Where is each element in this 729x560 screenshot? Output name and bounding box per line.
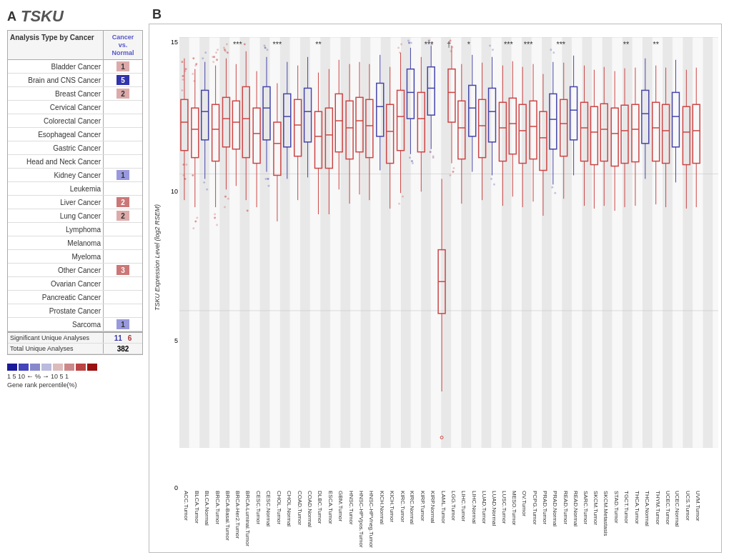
chart-area: TSKU Expression Level (log2 RSEM) 15 10 … (149, 24, 722, 553)
row-badge (103, 250, 142, 263)
svg-point-254 (227, 198, 229, 200)
svg-point-235 (182, 79, 184, 81)
svg-text:COAD.Tumor: COAD.Tumor (297, 491, 303, 525)
table-row: Leukemia (8, 182, 142, 196)
svg-text:BRCA-Luminal.Tumor: BRCA-Luminal.Tumor (244, 491, 251, 546)
total-row: Total Unique Analyses 382 (8, 344, 142, 354)
table-row: Cervical Cancer (8, 101, 142, 114)
badge: 5 (116, 75, 129, 85)
row-label: Leukemia (8, 184, 103, 194)
svg-point-284 (430, 151, 432, 153)
svg-point-247 (212, 61, 214, 63)
total-val: 382 (103, 344, 142, 354)
svg-text:CESC.Normal: CESC.Normal (265, 491, 272, 526)
svg-point-257 (451, 46, 453, 48)
svg-text:HNSC-HPVneg.Tumor: HNSC-HPVneg.Tumor (368, 491, 375, 548)
row-label: Brain and CNS Cancer (8, 75, 103, 86)
badge: 2 (116, 197, 129, 207)
svg-point-33 (216, 59, 218, 61)
svg-text:PCPG.Tumor: PCPG.Tumor (532, 491, 538, 525)
panel-label-b: B (152, 7, 722, 22)
svg-point-250 (216, 224, 218, 226)
svg-point-282 (428, 39, 430, 41)
svg-point-14 (184, 178, 186, 180)
svg-point-287 (492, 49, 494, 51)
row-label: Head and Neck Cancer (8, 156, 103, 167)
legend-arrow: 1 5 10 ← % → 10 5 1 (7, 372, 143, 380)
row-label: Colorectal Cancer (8, 116, 103, 126)
svg-text:THYM.Tumor: THYM.Tumor (655, 491, 661, 525)
sig-values: 11 6 (103, 333, 142, 343)
svg-point-40 (227, 51, 229, 54)
row-badge (103, 277, 142, 290)
svg-point-279 (410, 41, 412, 44)
x-labels: ACC.Tumor BLCA.Tumor BLCA.Normal BRCA.Tu… (179, 489, 718, 552)
badge: 2 (116, 211, 129, 221)
svg-point-289 (493, 184, 495, 186)
svg-point-255 (224, 206, 226, 209)
sig-marker-hnsc-hpvneg: * (467, 40, 471, 49)
svg-point-249 (214, 214, 216, 216)
row-label: Esophageal Cancer (8, 129, 103, 140)
legend: 1 5 10 ← % → 10 5 1 Gene rank percentile… (7, 364, 143, 389)
svg-point-256 (449, 41, 451, 44)
svg-text:KIRP.Normal: KIRP.Normal (430, 491, 436, 524)
table-row: Myeloma (8, 250, 142, 264)
table-row: Ovarian Cancer (8, 277, 142, 291)
svg-text:CHOL.Normal: CHOL.Normal (286, 491, 292, 526)
svg-point-253 (224, 50, 227, 52)
svg-point-138 (452, 171, 454, 173)
row-label: Prostate Cancer (8, 306, 103, 316)
svg-text:THCA.Normal: THCA.Normal (644, 491, 650, 526)
svg-text:KIRC.Tumor: KIRC.Tumor (400, 491, 406, 522)
row-badge (103, 155, 142, 168)
sig-marker-lgg: *** (556, 40, 565, 49)
y-axis-ticks: 15 10 5 0 (164, 39, 179, 491)
svg-point-246 (215, 51, 217, 54)
svg-text:BRCA-Her2.Tumor: BRCA-Her2.Tumor (234, 491, 241, 539)
svg-point-243 (196, 216, 198, 219)
svg-point-265 (398, 203, 400, 205)
panel-label-a: A TSKU (7, 7, 143, 26)
sig-marker-kirp: *** (524, 40, 533, 49)
svg-point-60 (264, 46, 267, 49)
svg-text:HNSC-HPVpos.Tumor: HNSC-HPVpos.Tumor (358, 491, 364, 548)
svg-text:BLCA.Normal: BLCA.Normal (204, 491, 210, 526)
svg-point-245 (212, 56, 214, 58)
row-label: Liver Cancer (8, 197, 103, 208)
legend-red-dark (76, 364, 86, 371)
svg-point-236 (184, 70, 186, 72)
svg-text:PRAD.Tumor: PRAD.Tumor (542, 491, 548, 525)
right-panel: B TSKU Expression Level (log2 RSEM) 15 1… (149, 7, 722, 553)
svg-text:HNSC.Tumor: HNSC.Tumor (348, 491, 354, 525)
badge: 3 (116, 265, 129, 275)
col-cancer-vs-header: Cancervs.Normal (103, 31, 142, 59)
svg-point-34 (214, 216, 216, 219)
sig-marker-read: ** (623, 40, 630, 49)
svg-point-22 (192, 174, 194, 176)
section-a-label: A (7, 9, 16, 24)
svg-point-23 (194, 220, 197, 222)
svg-point-244 (192, 227, 194, 229)
legend-blue-darkest (7, 364, 17, 371)
svg-point-12 (184, 68, 187, 70)
table-row: Colorectal Cancer (8, 114, 142, 128)
row-label: Myeloma (8, 251, 103, 262)
row-badge (103, 114, 142, 127)
svg-point-259 (452, 167, 455, 169)
svg-point-11 (182, 75, 184, 77)
svg-point-285 (432, 156, 435, 159)
svg-point-61 (267, 178, 269, 180)
row-badge: 2 (103, 196, 142, 209)
main-container: A TSKU Analysis Type by Cancer Cancervs.… (0, 0, 729, 560)
svg-text:TGCT.Tumor: TGCT.Tumor (623, 491, 630, 524)
sig-marker-cesc: ** (315, 40, 322, 49)
svg-point-261 (397, 46, 400, 49)
svg-point-20 (192, 57, 194, 59)
svg-point-260 (449, 174, 451, 176)
table-row: Kidney Cancer 1 (8, 169, 142, 182)
table-row: Prostate Cancer (8, 304, 142, 318)
svg-text:READ.Tumor: READ.Tumor (562, 491, 569, 525)
svg-text:PRAD.Normal: PRAD.Normal (552, 491, 558, 526)
row-badge (103, 141, 142, 154)
